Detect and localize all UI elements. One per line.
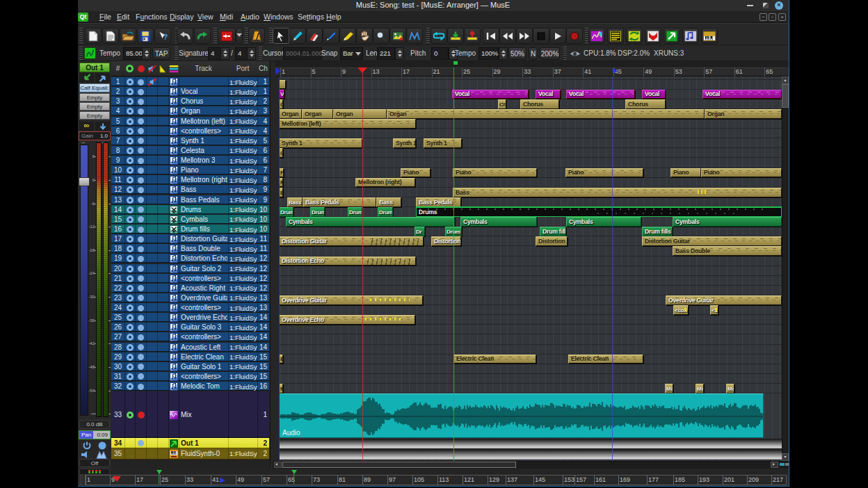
svg-text:?: ?: [163, 33, 168, 41]
